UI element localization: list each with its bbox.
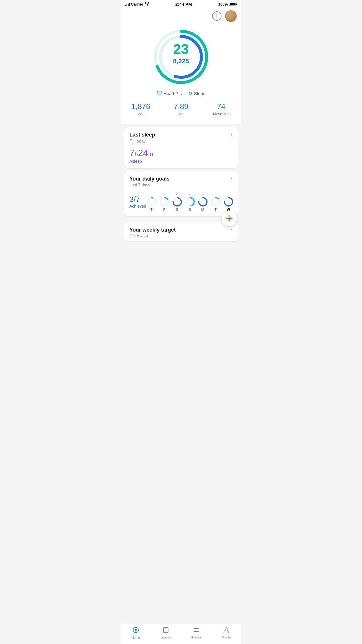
header-row: i <box>121 8 241 23</box>
sleep-chevron-icon[interactable]: › <box>231 132 233 138</box>
cal-label: cal <box>138 112 143 116</box>
sleep-card[interactable]: Last sleep › ZZ Today 7h24m Asleep <box>124 127 238 168</box>
goals-card-title: Your daily goals <box>129 176 170 182</box>
day-ring-svg <box>185 197 195 207</box>
heart-icon <box>157 91 162 96</box>
day-check-icon: ✓ <box>201 192 204 196</box>
svg-point-16 <box>212 198 220 206</box>
steps-icon: ⟳ <box>189 91 193 96</box>
heart-pts-label: Heart Pts <box>164 91 182 96</box>
day-item: ✓M <box>198 192 208 212</box>
sleep-hours: 7 <box>129 148 135 158</box>
day-ring-svg <box>146 197 157 207</box>
stat-km[interactable]: 7.89 km <box>161 102 201 116</box>
sleep-card-title: Last sleep <box>129 132 155 138</box>
ring-chart[interactable]: 23 8,225 <box>152 28 210 86</box>
battery-icon <box>229 3 237 6</box>
add-button[interactable] <box>222 211 237 226</box>
avatar[interactable] <box>225 10 237 22</box>
day-label: F <box>163 208 165 212</box>
day-label: M <box>201 208 204 212</box>
steps-label: Steps <box>194 91 205 96</box>
sleep-h-unit: h <box>135 151 138 157</box>
ring-legend: Heart Pts ⟳ Steps <box>121 90 241 101</box>
day-label: S <box>189 208 191 212</box>
cards-area: Last sleep › ZZ Today 7h24m Asleep Your … <box>121 124 241 241</box>
day-check-icon: ✓ <box>189 192 191 196</box>
sleep-card-subtitle: ZZ Today <box>129 139 233 144</box>
status-bar: Carrier 2:44 PM 100% <box>121 0 241 8</box>
day-label: S <box>176 208 178 212</box>
heart-pts-legend: Heart Pts <box>157 91 182 96</box>
move-min-label: Move Min <box>213 112 229 116</box>
goals-card-subtitle: Last 7 days <box>129 183 233 187</box>
day-ring-svg <box>210 197 221 207</box>
plus-icon <box>225 214 233 223</box>
sleep-status: Asleep <box>129 159 233 164</box>
move-min-value: 74 <box>217 102 226 111</box>
goals-achieved-value: 3/7 <box>129 195 146 204</box>
day-label: T <box>215 208 217 212</box>
status-left: Carrier <box>125 2 149 6</box>
info-icon: i <box>216 14 217 18</box>
signal-icon <box>125 3 130 6</box>
weekly-chevron-icon[interactable]: › <box>231 227 233 233</box>
day-item: T <box>210 192 221 212</box>
carrier-label: Carrier <box>131 2 143 6</box>
day-ring-svg <box>198 197 208 207</box>
stat-move-min[interactable]: 74 Move Min <box>201 102 241 116</box>
day-ring-svg <box>172 197 182 207</box>
ring-chart-container: 23 8,225 <box>121 23 241 90</box>
goals-card-header: Your daily goals › <box>129 176 233 182</box>
goals-days-row: TF✓S✓S✓MTW <box>146 192 234 212</box>
weekly-card-title: Your weekly target <box>129 227 176 233</box>
battery-percentage: 100% <box>218 2 228 6</box>
weekly-card-subtitle: Oct 8 – 14 <box>129 234 233 238</box>
day-item: ✓S <box>172 192 182 212</box>
goals-card[interactable]: Your daily goals › Last 7 days 3/7 Achie… <box>124 171 238 216</box>
day-label: T <box>150 208 152 212</box>
svg-text:23: 23 <box>173 41 189 57</box>
day-item: T <box>146 192 157 212</box>
weekly-target-card[interactable]: Your weekly target › Oct 8 – 14 <box>124 222 238 241</box>
day-item: W <box>223 192 234 212</box>
stats-row: 1,876 cal 7.89 km 74 Move Min <box>121 101 241 122</box>
goals-achieved-label: Achieved <box>129 204 146 209</box>
sleep-m-unit: m <box>148 151 153 157</box>
day-ring-svg <box>223 197 234 207</box>
steps-legend: ⟳ Steps <box>189 91 205 96</box>
main-content: i 23 8,225 <box>121 8 241 124</box>
stat-cal[interactable]: 1,876 cal <box>121 102 161 116</box>
day-item: F <box>159 192 170 212</box>
sleep-zzz-icon: ZZ <box>129 139 133 144</box>
status-right: 100% <box>218 2 237 6</box>
weekly-card-header: Your weekly target › <box>129 227 233 233</box>
day-item: ✓S <box>185 192 195 212</box>
sleep-duration: 7h24m <box>129 148 233 158</box>
goals-chevron-icon[interactable]: › <box>231 176 233 182</box>
goals-achieved-section: 3/7 Achieved <box>129 192 146 209</box>
info-button[interactable]: i <box>212 11 222 21</box>
day-check-icon: ✓ <box>176 192 178 196</box>
time-display: 2:44 PM <box>175 2 192 7</box>
cal-value: 1,876 <box>131 102 150 111</box>
svg-point-6 <box>147 198 156 206</box>
wifi-icon <box>145 2 149 6</box>
sleep-card-header: Last sleep › <box>129 132 233 138</box>
km-value: 7.89 <box>174 102 189 111</box>
km-label: km <box>178 112 183 116</box>
svg-text:8,225: 8,225 <box>173 57 189 65</box>
day-ring-svg <box>159 197 170 207</box>
sleep-minutes: 24 <box>138 148 148 158</box>
